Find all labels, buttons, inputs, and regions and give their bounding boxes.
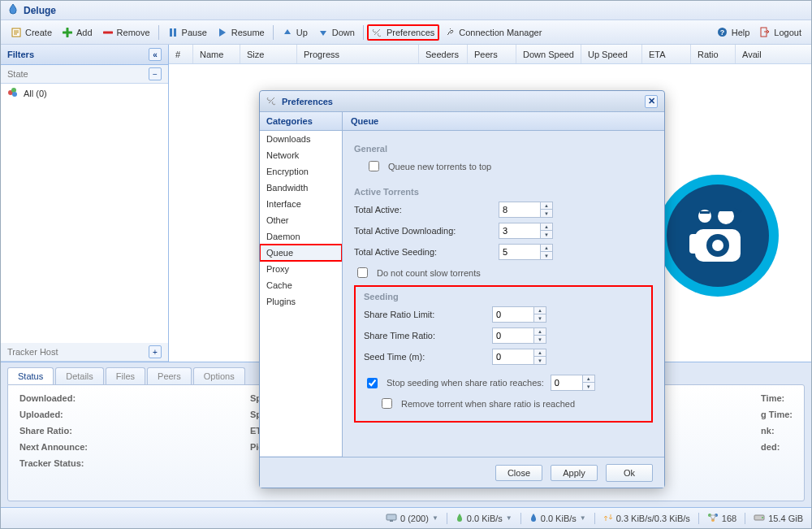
category-cache[interactable]: Cache (260, 277, 342, 293)
category-queue[interactable]: Queue (260, 245, 342, 261)
total-down-label: Total Active Downloading: (354, 226, 492, 236)
close-button[interactable]: Close (495, 465, 542, 481)
preferences-window: Preferences ✕ Categories DownloadsNetwor… (259, 90, 665, 488)
spin-up-icon[interactable]: ▲ (583, 375, 594, 383)
stop-seeding-label: Stop seeding when share ratio reaches: (387, 378, 544, 388)
spin-up-icon[interactable]: ▲ (541, 223, 552, 231)
stop-seeding-input[interactable] (551, 375, 582, 390)
seeding-heading: Seeding (364, 292, 643, 301)
spin-up-icon[interactable]: ▲ (541, 245, 552, 252)
total-down-spinner[interactable]: ▲▼ (499, 223, 553, 239)
dont-count-slow-label: Do not count slow torrents (377, 268, 481, 278)
remove-torrent-label: Remove torrent when share ratio is reach… (401, 399, 575, 409)
category-interface[interactable]: Interface (260, 196, 342, 212)
dont-count-slow-checkbox[interactable] (357, 267, 368, 278)
general-heading: General (354, 144, 653, 154)
spin-down-icon[interactable]: ▼ (534, 314, 546, 322)
total-seed-label: Total Active Seeding: (354, 247, 492, 257)
modal-overlay: Preferences ✕ Categories DownloadsNetwor… (1, 1, 811, 528)
category-downloads[interactable]: Downloads (260, 131, 342, 147)
seed-time-label: Seed Time (m): (364, 352, 486, 362)
category-network[interactable]: Network (260, 147, 342, 163)
category-plugins[interactable]: Plugins (260, 293, 342, 310)
categories-panel: Categories DownloadsNetworkEncryptionBan… (260, 112, 343, 457)
categories-header: Categories (260, 112, 342, 131)
total-down-input[interactable] (499, 223, 540, 238)
active-torrents-heading: Active Torrents (354, 187, 653, 197)
spin-down-icon[interactable]: ▼ (583, 383, 594, 390)
share-time-ratio-input[interactable] (493, 328, 533, 343)
seed-time-spinner[interactable]: ▲▼ (492, 349, 546, 365)
queue-new-top-row: Queue new torrents to top (365, 158, 653, 174)
category-bandwidth[interactable]: Bandwidth (260, 180, 342, 196)
settings-page-title: Queue (343, 112, 664, 131)
total-seed-input[interactable] (499, 245, 540, 259)
remove-torrent-checkbox[interactable] (382, 398, 392, 409)
total-active-spinner[interactable]: ▲▼ (499, 202, 553, 218)
total-seed-spinner[interactable]: ▲▼ (499, 244, 553, 260)
stop-seeding-checkbox[interactable] (367, 378, 378, 388)
category-encryption[interactable]: Encryption (260, 163, 342, 180)
category-other[interactable]: Other (260, 212, 342, 228)
share-time-ratio-spinner[interactable]: ▲▼ (492, 327, 546, 344)
spin-up-icon[interactable]: ▲ (534, 328, 546, 336)
tools-icon (266, 95, 277, 107)
queue-new-top-label: Queue new torrents to top (388, 162, 491, 171)
close-icon[interactable]: ✕ (645, 95, 658, 108)
share-ratio-limit-spinner[interactable]: ▲▼ (492, 306, 546, 323)
spin-down-icon[interactable]: ▼ (541, 252, 552, 259)
preferences-title-bar[interactable]: Preferences ✕ (260, 91, 664, 112)
category-proxy[interactable]: Proxy (260, 261, 342, 277)
preferences-footer: Close Apply Ok (260, 457, 664, 488)
queue-new-top-checkbox[interactable] (369, 161, 379, 171)
share-ratio-limit-label: Share Ratio Limit: (364, 310, 486, 319)
spin-down-icon[interactable]: ▼ (541, 231, 552, 238)
spin-down-icon[interactable]: ▼ (534, 336, 546, 343)
stop-seeding-spinner[interactable]: ▲▼ (551, 375, 595, 391)
category-daemon[interactable]: Daemon (260, 228, 342, 245)
spin-up-icon[interactable]: ▲ (534, 307, 546, 314)
total-active-label: Total Active: (354, 205, 492, 215)
share-ratio-limit-input[interactable] (493, 307, 533, 322)
categories-list: DownloadsNetworkEncryptionBandwidthInter… (260, 131, 342, 456)
seed-time-input[interactable] (493, 349, 533, 364)
share-time-ratio-label: Share Time Ratio: (364, 331, 486, 340)
ok-button[interactable]: Ok (606, 464, 653, 482)
spin-down-icon[interactable]: ▼ (541, 210, 552, 217)
settings-panel: Queue General Queue new torrents to top … (343, 112, 664, 457)
spin-down-icon[interactable]: ▼ (534, 357, 546, 364)
apply-button[interactable]: Apply (551, 465, 598, 481)
spin-up-icon[interactable]: ▲ (534, 349, 546, 357)
spin-up-icon[interactable]: ▲ (541, 202, 552, 210)
total-active-input[interactable] (499, 202, 540, 217)
seeding-section-highlight: Seeding Share Ratio Limit: ▲▼ Share Time… (354, 285, 653, 423)
